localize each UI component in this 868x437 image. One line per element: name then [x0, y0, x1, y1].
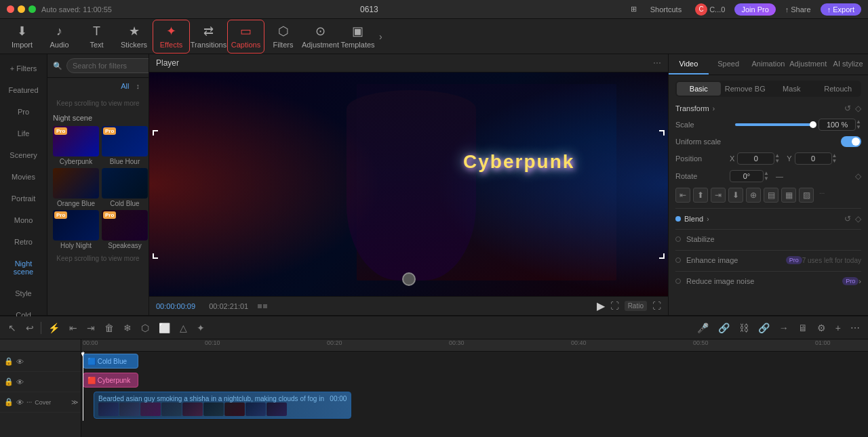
- user-button[interactable]: C C...0: [691, 1, 729, 18]
- subtab-mask[interactable]: Mask: [770, 82, 814, 96]
- cat-movies[interactable]: Movies: [2, 167, 45, 186]
- tl-arrow[interactable]: →: [776, 321, 791, 335]
- tab-video[interactable]: Video: [669, 54, 709, 75]
- tl-monitor[interactable]: 🖥: [795, 321, 810, 335]
- pos-x-input[interactable]: 0: [737, 152, 774, 165]
- tl-more[interactable]: ⋯: [848, 321, 863, 335]
- handle-bl[interactable]: [153, 253, 158, 259]
- export-button[interactable]: ↑ Export: [821, 3, 861, 16]
- tab-all[interactable]: All: [117, 81, 132, 91]
- join-pro-button[interactable]: Join Pro: [734, 3, 775, 16]
- tl-crop[interactable]: ⬜: [156, 321, 173, 335]
- tl-undo[interactable]: ↩: [23, 321, 37, 335]
- tl-zoom-in[interactable]: +: [833, 321, 844, 335]
- tool-templates[interactable]: ▣ Templates: [339, 20, 376, 54]
- cat-pro[interactable]: Pro: [2, 102, 45, 121]
- tool-import[interactable]: ⬇ Import: [3, 20, 41, 54]
- filter-cold-blue[interactable]: Cold Blue: [102, 168, 148, 207]
- tl-clip-link[interactable]: 🔗: [755, 321, 772, 335]
- blend-keyframe[interactable]: ◇: [855, 214, 861, 224]
- subtab-retouch[interactable]: Retouch: [816, 82, 861, 96]
- ratio-badge[interactable]: Ratio: [625, 301, 647, 311]
- share-button[interactable]: ↑ Share: [781, 3, 815, 16]
- tl-link[interactable]: 🔗: [715, 321, 732, 335]
- tab-ai-stylize[interactable]: AI stylize: [828, 54, 868, 75]
- handle-tl[interactable]: [153, 130, 158, 136]
- tool-adjustment[interactable]: ⊙ Adjustment: [302, 20, 339, 54]
- toolbar-expand[interactable]: ›: [376, 31, 385, 42]
- align-left[interactable]: ⇤: [675, 188, 690, 203]
- tool-effects[interactable]: ✦ Effects: [153, 20, 190, 54]
- align-center-v[interactable]: ▤: [764, 188, 778, 203]
- align-distribute-h[interactable]: ▦: [781, 188, 796, 203]
- playhead[interactable]: [83, 352, 83, 421]
- rotate-value[interactable]: 0°: [730, 170, 764, 182]
- filter-search-input[interactable]: [66, 58, 149, 73]
- scale-slider-thumb[interactable]: [810, 121, 816, 128]
- tl-star[interactable]: ✦: [194, 321, 208, 335]
- tool-filters[interactable]: ⬡ Filters: [264, 20, 302, 54]
- tool-captions[interactable]: ▭ Captions: [227, 20, 264, 54]
- uniform-scale-toggle[interactable]: [841, 136, 861, 147]
- tool-text[interactable]: T Text: [78, 20, 115, 54]
- cat-mono[interactable]: Mono: [2, 211, 45, 230]
- cat-filters[interactable]: + Filters: [2, 59, 45, 78]
- tab-sort[interactable]: ↕: [133, 81, 144, 91]
- maximize-button[interactable]: [28, 5, 36, 13]
- minimize-button[interactable]: [18, 5, 25, 13]
- scale-slider[interactable]: [735, 123, 813, 126]
- handle-br[interactable]: [659, 253, 665, 259]
- align-bottom[interactable]: ⬇: [728, 188, 743, 203]
- align-right[interactable]: ⇥: [711, 188, 726, 203]
- tl-pointer[interactable]: ↖: [5, 321, 19, 335]
- fullscreen-button[interactable]: ⛶: [610, 301, 619, 311]
- subtab-remove-bg[interactable]: Remove BG: [724, 82, 768, 96]
- tl-cut-right[interactable]: ⇥: [84, 321, 98, 335]
- layout-button[interactable]: ⊞: [627, 3, 641, 16]
- cat-life[interactable]: Life: [2, 124, 45, 143]
- cat-night-scene[interactable]: Night scene: [2, 254, 45, 281]
- clip-cyberpunk[interactable]: 🟥 Cyberpunk: [83, 373, 138, 388]
- tl-detach[interactable]: ⛓: [736, 321, 751, 335]
- grid-toggle[interactable]: [258, 304, 267, 308]
- cat-featured[interactable]: Featured: [2, 81, 45, 100]
- tl-freeze[interactable]: ❄: [121, 321, 134, 335]
- filter-blue-hour[interactable]: Pro Blue Hour: [102, 126, 148, 165]
- shortcuts-button[interactable]: Shortcuts: [646, 3, 686, 16]
- transform-reset[interactable]: ↺: [844, 104, 851, 113]
- tool-transitions[interactable]: ⇄ Transitions: [190, 20, 227, 54]
- tab-animation[interactable]: Animation: [749, 54, 789, 75]
- align-distribute-v[interactable]: ▨: [799, 188, 814, 203]
- tl-dissolve[interactable]: ⬡: [138, 321, 152, 335]
- filter-orange-blue[interactable]: Orange Blue: [53, 168, 99, 207]
- cat-portrait[interactable]: Portrait: [2, 189, 45, 208]
- tl-cut-left[interactable]: ⇤: [66, 321, 80, 335]
- tab-speed[interactable]: Speed: [709, 54, 749, 75]
- filter-speakeasy[interactable]: Pro Speakeasy: [102, 210, 148, 249]
- tool-stickers[interactable]: ★ Stickers: [115, 20, 153, 54]
- tl-shape[interactable]: △: [177, 321, 190, 335]
- blend-reset[interactable]: ↺: [844, 214, 851, 224]
- tool-audio[interactable]: ♪ Audio: [41, 20, 78, 54]
- tl-split[interactable]: ⚡: [45, 321, 62, 335]
- close-button[interactable]: [7, 5, 14, 13]
- scale-value[interactable]: 100 %: [818, 119, 856, 131]
- transform-keyframe[interactable]: ◇: [855, 104, 861, 113]
- cat-scenery[interactable]: Scenery: [2, 146, 45, 165]
- align-center-h[interactable]: ⊕: [746, 188, 761, 203]
- clip-cold-blue[interactable]: 🟦 Cold Blue: [83, 354, 138, 369]
- clip-video[interactable]: Bearded asian guy smoking a shisha in a …: [94, 392, 351, 419]
- cat-style[interactable]: Style: [2, 284, 45, 303]
- rotate-keyframe[interactable]: ◇: [855, 171, 861, 181]
- crop-button[interactable]: ⛶: [652, 301, 661, 311]
- filter-holy-night[interactable]: Pro Holy Night: [53, 210, 99, 249]
- tl-settings[interactable]: ⚙: [814, 321, 829, 335]
- subtab-basic[interactable]: Basic: [677, 82, 721, 96]
- handle-tr[interactable]: [659, 130, 665, 136]
- cat-retro[interactable]: Retro: [2, 232, 45, 251]
- play-button[interactable]: ▶: [597, 299, 605, 312]
- player-menu-icon[interactable]: ⋯: [653, 58, 661, 68]
- rotate-flip[interactable]: —: [776, 172, 783, 180]
- pos-y-input[interactable]: 0: [795, 152, 832, 165]
- tab-adjustment[interactable]: Adjustment: [788, 54, 828, 75]
